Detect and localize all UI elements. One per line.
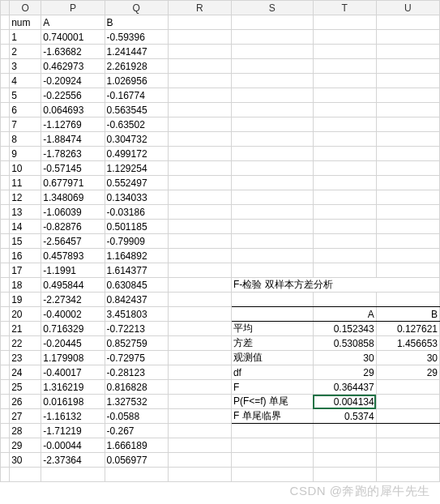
cell-Q[interactable]: 1.026956 — [105, 74, 168, 88]
cell-O[interactable]: 18 — [10, 278, 41, 293]
cell-P[interactable]: A — [41, 15, 105, 30]
grid-row[interactable] — [1, 468, 440, 482]
cell-P[interactable]: -1.16132 — [41, 409, 105, 424]
grid-row[interactable]: 20-0.400023.451803AB — [1, 307, 440, 322]
grid-row[interactable]: 4-0.209241.026956 — [1, 74, 440, 88]
cell-T[interactable] — [313, 424, 376, 438]
row-gutter[interactable] — [1, 132, 10, 147]
cell-P[interactable]: -0.82876 — [41, 220, 105, 234]
cell-U[interactable] — [376, 453, 439, 468]
row-gutter[interactable] — [1, 103, 10, 117]
cell-P[interactable]: -0.22556 — [41, 88, 105, 103]
cell-P[interactable]: -0.20445 — [41, 336, 105, 351]
cell-P[interactable]: -1.12769 — [41, 117, 105, 132]
cell-O[interactable]: 4 — [10, 74, 41, 88]
row-gutter[interactable] — [1, 336, 10, 351]
cell-T[interactable] — [313, 74, 376, 88]
cell-S[interactable] — [231, 103, 313, 117]
row-gutter[interactable] — [1, 117, 10, 132]
grid-row[interactable]: 30-2.373640.056977 — [1, 453, 440, 468]
cell-P[interactable]: 1.179908 — [41, 351, 105, 365]
cell-T[interactable] — [313, 263, 376, 278]
cell-S[interactable] — [231, 15, 313, 30]
cell-O[interactable]: 15 — [10, 234, 41, 249]
cell-R[interactable] — [168, 117, 231, 132]
cell-O[interactable]: 20 — [10, 307, 41, 322]
cell-R[interactable] — [168, 336, 231, 351]
row-gutter[interactable] — [1, 205, 10, 220]
cell-T[interactable]: 0.364437 — [313, 380, 376, 395]
cell-U[interactable] — [376, 220, 439, 234]
cell-Q[interactable]: -0.0588 — [105, 409, 168, 424]
grid-row[interactable]: 30.4629732.261928 — [1, 59, 440, 74]
cell-S[interactable] — [231, 293, 313, 307]
cell-S[interactable] — [231, 74, 313, 88]
cell-O[interactable]: 3 — [10, 59, 41, 74]
cell-Q[interactable]: -0.03186 — [105, 205, 168, 220]
grid-row[interactable]: 180.4958440.630845F-检验 双样本方差分析 — [1, 278, 440, 293]
grid-row[interactable]: 2-1.636821.241447 — [1, 45, 440, 59]
row-gutter[interactable] — [1, 365, 10, 380]
cell-S[interactable] — [231, 438, 313, 453]
cell-U[interactable] — [376, 249, 439, 263]
cell-T[interactable] — [313, 293, 376, 307]
cell-S[interactable]: df — [231, 365, 313, 380]
cell-T[interactable] — [313, 15, 376, 30]
cell-U[interactable]: 30 — [376, 351, 439, 365]
cell-S[interactable] — [231, 176, 313, 190]
cell-O[interactable]: 26 — [10, 395, 41, 409]
cell-R[interactable] — [168, 132, 231, 147]
cell-O[interactable]: 6 — [10, 103, 41, 117]
cell-U[interactable] — [376, 161, 439, 176]
row-gutter[interactable] — [1, 30, 10, 45]
cell-P[interactable]: -2.27342 — [41, 293, 105, 307]
cell-P[interactable]: 0.677971 — [41, 176, 105, 190]
cell-O[interactable]: 2 — [10, 45, 41, 59]
stats-title[interactable]: F-检验 双样本方差分析 — [231, 278, 439, 293]
cell-R[interactable] — [168, 395, 231, 409]
cell-O[interactable] — [10, 468, 41, 482]
cell-R[interactable] — [168, 74, 231, 88]
cell-O[interactable]: 9 — [10, 147, 41, 161]
cell-S[interactable] — [231, 132, 313, 147]
row-gutter[interactable] — [1, 424, 10, 438]
cell-T[interactable] — [313, 59, 376, 74]
grid-row[interactable]: 19-2.273420.842437 — [1, 293, 440, 307]
cell-O[interactable]: 10 — [10, 161, 41, 176]
cell-Q[interactable]: -0.79909 — [105, 234, 168, 249]
cell-U[interactable] — [376, 190, 439, 205]
grid-row[interactable]: 210.716329-0.72213平均0.1523430.127621 — [1, 322, 440, 336]
cell-R[interactable] — [168, 88, 231, 103]
grid-row[interactable]: 121.3480690.134033 — [1, 190, 440, 205]
cell-U[interactable] — [376, 409, 439, 424]
cell-U[interactable]: B — [376, 307, 439, 322]
cell-T[interactable] — [313, 45, 376, 59]
cell-R[interactable] — [168, 409, 231, 424]
cell-P[interactable]: 0.462973 — [41, 59, 105, 74]
cell-T[interactable] — [313, 103, 376, 117]
cell-R[interactable] — [168, 278, 231, 293]
grid-row[interactable]: numAB — [1, 15, 440, 30]
grid-row[interactable]: 160.4578931.164892 — [1, 249, 440, 263]
cell-T[interactable] — [313, 147, 376, 161]
cell-Q[interactable]: 1.164892 — [105, 249, 168, 263]
cell-P[interactable]: -1.78263 — [41, 147, 105, 161]
cell-P[interactable]: -1.06039 — [41, 205, 105, 220]
row-gutter[interactable] — [1, 15, 10, 30]
cell-U[interactable] — [376, 293, 439, 307]
cell-O[interactable]: 1 — [10, 30, 41, 45]
cell-S[interactable]: F — [231, 380, 313, 395]
cell-O[interactable]: 13 — [10, 205, 41, 220]
cell-S[interactable] — [231, 45, 313, 59]
cell-R[interactable] — [168, 468, 231, 482]
cell-S[interactable] — [231, 30, 313, 45]
grid-row[interactable]: 7-1.12769-0.63502 — [1, 117, 440, 132]
cell-S[interactable] — [231, 205, 313, 220]
cell-Q[interactable]: 0.304732 — [105, 132, 168, 147]
cell-S[interactable]: P(F<=f) 单尾 — [231, 395, 313, 409]
cell-T[interactable] — [313, 438, 376, 453]
cell-R[interactable] — [168, 30, 231, 45]
cell-U[interactable]: 29 — [376, 365, 439, 380]
cell-S[interactable] — [231, 234, 313, 249]
cell-Q[interactable]: 1.327532 — [105, 395, 168, 409]
